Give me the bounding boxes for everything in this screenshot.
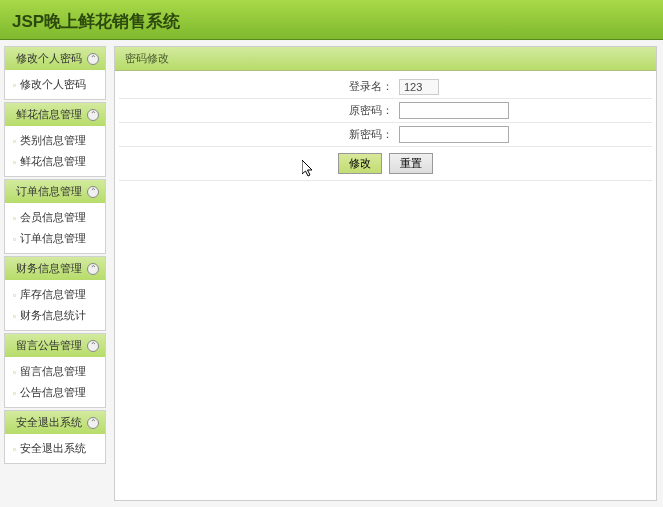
menu-header-label: 留言公告管理 bbox=[11, 338, 87, 353]
chevron-icon: ⌃ bbox=[87, 417, 99, 429]
menu-group-order: 订单信息管理 ⌃ 会员信息管理 订单信息管理 bbox=[4, 179, 106, 254]
old-password-label: 原密码： bbox=[119, 103, 399, 118]
login-value: 123 bbox=[399, 79, 439, 95]
form-row-old-password: 原密码： bbox=[119, 99, 652, 123]
chevron-icon: ⌃ bbox=[87, 53, 99, 65]
menu-header-message[interactable]: 留言公告管理 ⌃ bbox=[5, 334, 105, 357]
old-password-wrap bbox=[399, 102, 652, 119]
menu-header-finance[interactable]: 财务信息管理 ⌃ bbox=[5, 257, 105, 280]
sidebar-item-notice-mgmt[interactable]: 公告信息管理 bbox=[11, 382, 99, 403]
sidebar-item-change-password[interactable]: 修改个人密码 bbox=[11, 74, 99, 95]
menu-group-password: 修改个人密码 ⌃ 修改个人密码 bbox=[4, 46, 106, 100]
login-value-wrap: 123 bbox=[399, 79, 652, 95]
new-password-input[interactable] bbox=[399, 126, 509, 143]
sidebar-item-finance-stats[interactable]: 财务信息统计 bbox=[11, 305, 99, 326]
panel-title: 密码修改 bbox=[115, 47, 656, 71]
old-password-input[interactable] bbox=[399, 102, 509, 119]
form-row-login: 登录名： 123 bbox=[119, 75, 652, 99]
menu-items: 类别信息管理 鲜花信息管理 bbox=[5, 126, 105, 176]
submit-button[interactable]: 修改 bbox=[338, 153, 382, 174]
main-container: 修改个人密码 ⌃ 修改个人密码 鲜花信息管理 ⌃ 类别信息管理 鲜花信息管理 订… bbox=[0, 40, 663, 507]
sidebar-item-exit[interactable]: 安全退出系统 bbox=[11, 438, 99, 459]
menu-group-exit: 安全退出系统 ⌃ 安全退出系统 bbox=[4, 410, 106, 464]
sidebar: 修改个人密码 ⌃ 修改个人密码 鲜花信息管理 ⌃ 类别信息管理 鲜花信息管理 订… bbox=[0, 40, 110, 507]
menu-header-label: 订单信息管理 bbox=[11, 184, 87, 199]
menu-items: 修改个人密码 bbox=[5, 70, 105, 99]
sidebar-item-flower-mgmt[interactable]: 鲜花信息管理 bbox=[11, 151, 99, 172]
sidebar-item-category-mgmt[interactable]: 类别信息管理 bbox=[11, 130, 99, 151]
menu-group-flower: 鲜花信息管理 ⌃ 类别信息管理 鲜花信息管理 bbox=[4, 102, 106, 177]
menu-group-message: 留言公告管理 ⌃ 留言信息管理 公告信息管理 bbox=[4, 333, 106, 408]
sidebar-item-inventory-mgmt[interactable]: 库存信息管理 bbox=[11, 284, 99, 305]
main-panel: 密码修改 登录名： 123 原密码： 新密码： bbox=[114, 46, 657, 501]
menu-items: 会员信息管理 订单信息管理 bbox=[5, 203, 105, 253]
chevron-icon: ⌃ bbox=[87, 186, 99, 198]
menu-header-label: 鲜花信息管理 bbox=[11, 107, 87, 122]
app-title: JSP晚上鲜花销售系统 bbox=[12, 10, 651, 33]
menu-header-flower[interactable]: 鲜花信息管理 ⌃ bbox=[5, 103, 105, 126]
menu-items: 库存信息管理 财务信息统计 bbox=[5, 280, 105, 330]
menu-items: 安全退出系统 bbox=[5, 434, 105, 463]
menu-header-exit[interactable]: 安全退出系统 ⌃ bbox=[5, 411, 105, 434]
menu-header-password[interactable]: 修改个人密码 ⌃ bbox=[5, 47, 105, 70]
reset-button[interactable]: 重置 bbox=[389, 153, 433, 174]
chevron-icon: ⌃ bbox=[87, 109, 99, 121]
button-row: 修改 重置 bbox=[119, 147, 652, 181]
new-password-wrap bbox=[399, 126, 652, 143]
form-row-new-password: 新密码： bbox=[119, 123, 652, 147]
new-password-label: 新密码： bbox=[119, 127, 399, 142]
menu-header-label: 修改个人密码 bbox=[11, 51, 87, 66]
sidebar-item-member-mgmt[interactable]: 会员信息管理 bbox=[11, 207, 99, 228]
sidebar-item-message-mgmt[interactable]: 留言信息管理 bbox=[11, 361, 99, 382]
chevron-icon: ⌃ bbox=[87, 263, 99, 275]
form-area: 登录名： 123 原密码： 新密码： 修改 重置 bbox=[115, 71, 656, 185]
menu-header-order[interactable]: 订单信息管理 ⌃ bbox=[5, 180, 105, 203]
menu-group-finance: 财务信息管理 ⌃ 库存信息管理 财务信息统计 bbox=[4, 256, 106, 331]
menu-header-label: 安全退出系统 bbox=[11, 415, 87, 430]
sidebar-item-order-mgmt[interactable]: 订单信息管理 bbox=[11, 228, 99, 249]
chevron-icon: ⌃ bbox=[87, 340, 99, 352]
app-header: JSP晚上鲜花销售系统 bbox=[0, 0, 663, 40]
login-label: 登录名： bbox=[119, 79, 399, 94]
menu-items: 留言信息管理 公告信息管理 bbox=[5, 357, 105, 407]
menu-header-label: 财务信息管理 bbox=[11, 261, 87, 276]
